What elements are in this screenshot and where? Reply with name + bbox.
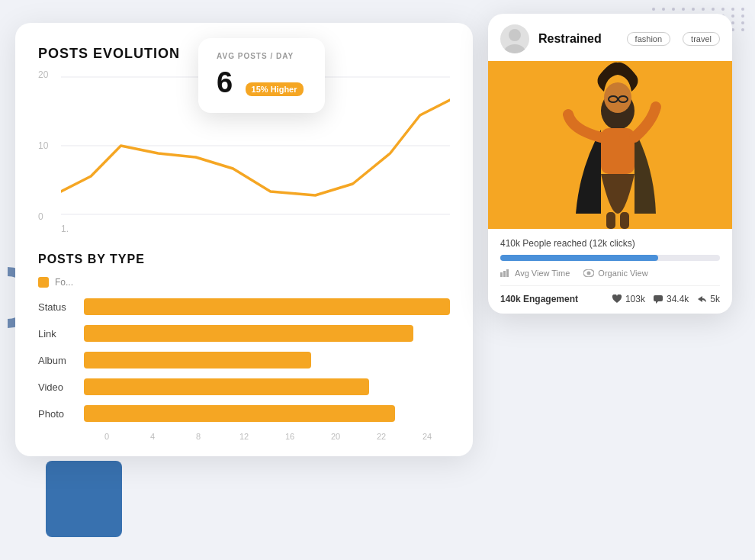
bar-inner xyxy=(84,298,450,315)
posts-by-type-title: POSTS BY TYPE xyxy=(38,253,450,266)
divider xyxy=(500,285,720,286)
bar-row: Status xyxy=(38,298,450,315)
metrics-row: Avg View Time Organic View xyxy=(500,269,720,278)
svg-rect-6 xyxy=(601,128,635,174)
bar-inner xyxy=(84,352,311,369)
bar-x-axis: 0 4 8 12 16 20 22 24 xyxy=(84,432,450,441)
bar-row: Video xyxy=(38,378,450,395)
svg-rect-8 xyxy=(606,212,615,229)
y-label-20: 20 xyxy=(38,69,48,80)
engagement-row: 140k Engagement 103k 34.4k 5k xyxy=(500,291,720,311)
avatar xyxy=(500,24,529,53)
x-axis-label: 1. xyxy=(61,224,450,234)
bar-label: Status xyxy=(38,301,84,313)
stat-comments: 34.4k xyxy=(653,294,689,304)
svg-rect-17 xyxy=(654,295,663,301)
tag-fashion: fashion xyxy=(627,32,670,46)
posts-by-type-section: POSTS BY TYPE Fo... StatusLinkAlbumVideo… xyxy=(38,253,450,441)
avg-badge: 15% Higher xyxy=(246,82,304,96)
bar-label: Photo xyxy=(38,408,84,420)
profile-name: Restrained xyxy=(538,32,615,46)
svg-point-3 xyxy=(509,29,521,41)
bar-row: Album xyxy=(38,352,450,369)
x-tick-8: 8 xyxy=(175,432,221,441)
stat-likes: 103k xyxy=(612,294,645,304)
x-tick-24: 24 xyxy=(404,432,450,441)
x-tick-16: 16 xyxy=(267,432,313,441)
avg-view-label: Avg View Time xyxy=(515,269,570,278)
svg-point-4 xyxy=(504,44,525,53)
x-tick-20: 20 xyxy=(313,432,358,441)
metric-organic: Organic View xyxy=(583,269,647,278)
reach-bar xyxy=(500,255,720,261)
bar-label: Album xyxy=(38,355,84,366)
avatar-svg xyxy=(500,24,529,53)
svg-marker-18 xyxy=(656,301,658,304)
reach-text: 410k People reached (12k clicks) xyxy=(500,238,720,249)
figure-silhouette xyxy=(488,61,732,229)
profile-card: Restrained fashion travel xyxy=(488,14,732,314)
bar-row: Link xyxy=(38,325,450,342)
bar-outer xyxy=(84,405,450,422)
x-tick-4: 4 xyxy=(130,432,175,441)
blue-rect-decoration xyxy=(46,461,122,537)
profile-image xyxy=(488,61,732,229)
legend-color-dot xyxy=(38,277,49,288)
shares-value: 5k xyxy=(710,294,720,304)
legend-label: Fo... xyxy=(55,277,73,288)
eye-icon xyxy=(583,269,594,277)
bar-icon xyxy=(500,269,511,277)
share-icon xyxy=(696,294,707,304)
svg-rect-12 xyxy=(500,272,503,277)
svg-rect-14 xyxy=(506,269,509,277)
avg-value: 6 xyxy=(217,66,233,99)
svg-rect-9 xyxy=(620,212,629,229)
bar-outer xyxy=(84,298,450,315)
bar-outer xyxy=(84,325,450,342)
comment-icon xyxy=(653,294,663,304)
x-tick-12: 12 xyxy=(221,432,267,441)
svg-point-16 xyxy=(587,272,591,275)
comments-value: 34.4k xyxy=(667,294,689,304)
metric-avg-view: Avg View Time xyxy=(500,269,570,278)
profile-stats: 410k People reached (12k clicks) Avg Vie… xyxy=(488,229,732,314)
reach-bar-fill xyxy=(500,255,658,261)
tag-travel: travel xyxy=(683,32,720,46)
bar-inner xyxy=(84,325,413,342)
bar-chart-area: StatusLinkAlbumVideoPhoto xyxy=(38,298,450,422)
bar-inner xyxy=(84,405,395,422)
like-icon xyxy=(612,294,622,304)
svg-rect-13 xyxy=(503,271,506,277)
bar-outer xyxy=(84,352,450,369)
x-tick-22: 22 xyxy=(358,432,404,441)
engagement-label: 140k Engagement xyxy=(500,294,604,304)
stat-shares: 5k xyxy=(696,294,720,304)
y-label-10: 10 xyxy=(38,140,48,151)
avg-posts-card: AVG POSTS / DAY 6 15% Higher xyxy=(198,38,325,113)
organic-view-label: Organic View xyxy=(598,269,647,278)
y-axis-labels: 20 10 0 xyxy=(38,69,48,222)
legend-row: Fo... xyxy=(38,277,450,288)
bar-inner xyxy=(84,378,369,395)
profile-header: Restrained fashion travel xyxy=(488,14,732,61)
x-tick-0: 0 xyxy=(84,432,130,441)
bar-outer xyxy=(84,378,450,395)
likes-value: 103k xyxy=(625,294,645,304)
avg-label: AVG POSTS / DAY xyxy=(217,52,304,60)
bar-label: Link xyxy=(38,328,84,340)
bar-label: Video xyxy=(38,381,84,393)
bar-row: Photo xyxy=(38,405,450,422)
y-label-0: 0 xyxy=(38,211,48,222)
